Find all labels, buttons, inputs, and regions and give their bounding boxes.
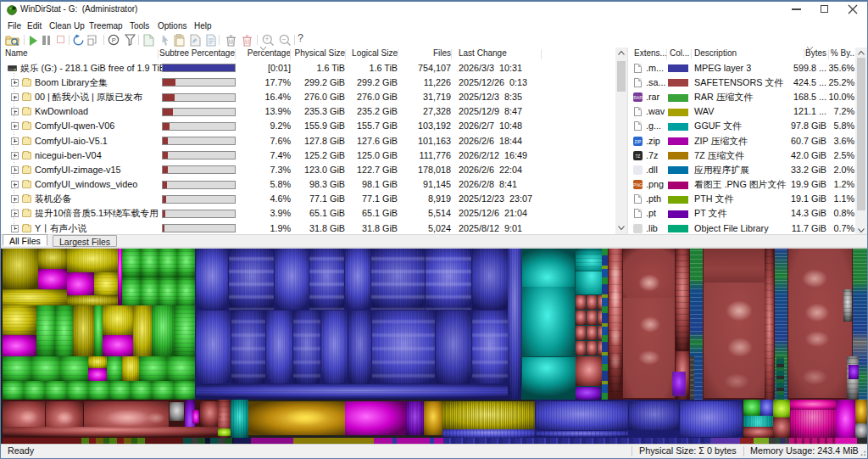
svg-text:P: P (112, 36, 116, 44)
svg-text:+: + (265, 35, 270, 43)
svg-text:−: − (282, 35, 287, 43)
